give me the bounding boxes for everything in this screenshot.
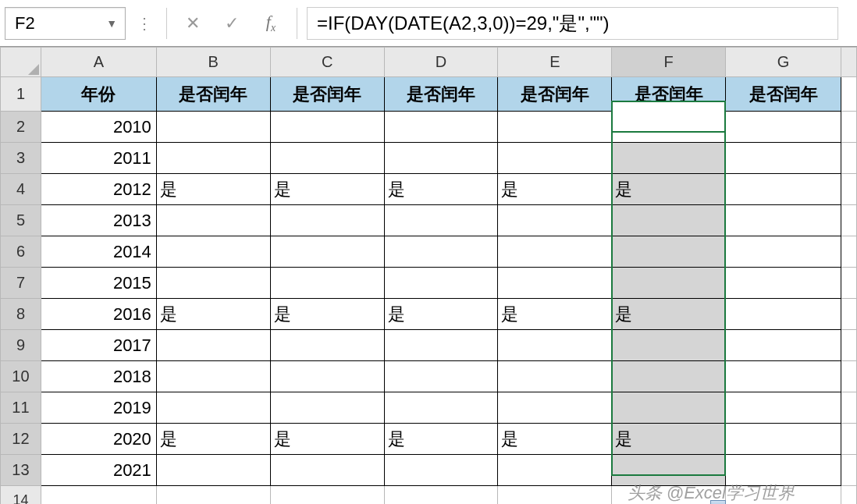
- cell-extra-12[interactable]: [841, 424, 856, 455]
- row-header-6[interactable]: 6: [1, 236, 41, 268]
- cell-B7[interactable]: [156, 268, 270, 299]
- row-header-8[interactable]: 8: [1, 299, 41, 330]
- cell-E3[interactable]: [498, 143, 612, 174]
- cell-A2[interactable]: 2010: [41, 112, 156, 143]
- cell-D1[interactable]: 是否闰年: [384, 77, 498, 112]
- cell-extra-13[interactable]: [841, 455, 856, 486]
- formula-input[interactable]: =IF(DAY(DATE(A2,3,0))=29,"是",""): [307, 7, 838, 40]
- cell-E11[interactable]: [498, 392, 612, 424]
- cell-A12[interactable]: 2020: [41, 424, 156, 455]
- cell-G8[interactable]: [726, 299, 841, 330]
- cell-A5[interactable]: 2013: [41, 205, 156, 236]
- insert-function-button[interactable]: fx: [254, 8, 287, 39]
- cell-D9[interactable]: [384, 330, 498, 361]
- cell-E2[interactable]: [498, 112, 612, 143]
- cell-F7[interactable]: [612, 268, 726, 299]
- cell-C11[interactable]: [270, 392, 384, 424]
- cell-A3[interactable]: 2011: [41, 143, 156, 174]
- column-header-D[interactable]: D: [384, 48, 498, 77]
- cell-F3[interactable]: [612, 143, 726, 174]
- cell-E14[interactable]: [498, 486, 612, 505]
- cell-E9[interactable]: [498, 330, 612, 361]
- cell-D3[interactable]: [384, 143, 498, 174]
- autofill-options-icon[interactable]: [710, 500, 726, 504]
- cancel-button[interactable]: ✕: [176, 8, 209, 39]
- cell-B1[interactable]: 是否闰年: [156, 77, 270, 112]
- cell-F9[interactable]: [612, 330, 726, 361]
- row-header-1[interactable]: 1: [1, 77, 41, 112]
- cell-B3[interactable]: [156, 143, 270, 174]
- cell-extra-7[interactable]: [841, 268, 856, 299]
- cell-C13[interactable]: [270, 455, 384, 486]
- cell-F12[interactable]: 是: [612, 424, 726, 455]
- cell-G10[interactable]: [726, 361, 841, 392]
- column-header-extra[interactable]: [841, 48, 856, 77]
- row-header-11[interactable]: 11: [1, 392, 41, 424]
- cell-G6[interactable]: [726, 236, 841, 268]
- row-header-4[interactable]: 4: [1, 174, 41, 205]
- cell-B5[interactable]: [156, 205, 270, 236]
- name-box[interactable]: F2 ▼: [5, 7, 126, 40]
- cell-A7[interactable]: 2015: [41, 268, 156, 299]
- column-header-A[interactable]: A: [41, 48, 156, 77]
- cell-C5[interactable]: [270, 205, 384, 236]
- cell-D11[interactable]: [384, 392, 498, 424]
- cell-F11[interactable]: [612, 392, 726, 424]
- cell-extra-4[interactable]: [841, 174, 856, 205]
- formula-bar-menu-icon[interactable]: ⋮: [132, 19, 157, 28]
- cell-G4[interactable]: [726, 174, 841, 205]
- cell-C12[interactable]: 是: [270, 424, 384, 455]
- cell-B6[interactable]: [156, 236, 270, 268]
- cell-extra-2[interactable]: [841, 112, 856, 143]
- select-all-corner[interactable]: [1, 48, 41, 77]
- cell-F5[interactable]: [612, 205, 726, 236]
- cell-B9[interactable]: [156, 330, 270, 361]
- cell-B4[interactable]: 是: [156, 174, 270, 205]
- cell-A10[interactable]: 2018: [41, 361, 156, 392]
- cell-A13[interactable]: 2021: [41, 455, 156, 486]
- cell-A9[interactable]: 2017: [41, 330, 156, 361]
- cell-G7[interactable]: [726, 268, 841, 299]
- cell-C2[interactable]: [270, 112, 384, 143]
- cell-extra-9[interactable]: [841, 330, 856, 361]
- cell-D7[interactable]: [384, 268, 498, 299]
- cell-E8[interactable]: 是: [498, 299, 612, 330]
- column-header-G[interactable]: G: [726, 48, 841, 77]
- cell-A8[interactable]: 2016: [41, 299, 156, 330]
- row-header-7[interactable]: 7: [1, 268, 41, 299]
- cell-D14[interactable]: [384, 486, 498, 505]
- cell-A11[interactable]: 2019: [41, 392, 156, 424]
- cell-D10[interactable]: [384, 361, 498, 392]
- name-box-dropdown-icon[interactable]: ▼: [106, 17, 117, 30]
- cell-E5[interactable]: [498, 205, 612, 236]
- cell-D4[interactable]: 是: [384, 174, 498, 205]
- column-header-F[interactable]: F: [612, 48, 726, 77]
- cell-extra-14[interactable]: [841, 486, 856, 505]
- cell-B10[interactable]: [156, 361, 270, 392]
- cell-extra-10[interactable]: [841, 361, 856, 392]
- cell-F6[interactable]: [612, 236, 726, 268]
- cell-extra-5[interactable]: [841, 205, 856, 236]
- cell-extra-11[interactable]: [841, 392, 856, 424]
- cell-E6[interactable]: [498, 236, 612, 268]
- cell-F1[interactable]: 是否闰年: [612, 77, 726, 112]
- cell-A14[interactable]: [41, 486, 156, 505]
- cell-B8[interactable]: 是: [156, 299, 270, 330]
- row-header-13[interactable]: 13: [1, 455, 41, 486]
- cell-G5[interactable]: [726, 205, 841, 236]
- row-header-9[interactable]: 9: [1, 330, 41, 361]
- row-header-14[interactable]: 14: [1, 486, 41, 505]
- cell-extra-1[interactable]: [841, 77, 856, 112]
- cell-E13[interactable]: [498, 455, 612, 486]
- cell-G3[interactable]: [726, 143, 841, 174]
- cell-F8[interactable]: 是: [612, 299, 726, 330]
- cell-A1[interactable]: 年份: [41, 77, 156, 112]
- cell-F4[interactable]: 是: [612, 174, 726, 205]
- cell-D5[interactable]: [384, 205, 498, 236]
- cell-B13[interactable]: [156, 455, 270, 486]
- cell-G11[interactable]: [726, 392, 841, 424]
- column-header-C[interactable]: C: [270, 48, 384, 77]
- cell-C1[interactable]: 是否闰年: [270, 77, 384, 112]
- cell-E4[interactable]: 是: [498, 174, 612, 205]
- cell-E1[interactable]: 是否闰年: [498, 77, 612, 112]
